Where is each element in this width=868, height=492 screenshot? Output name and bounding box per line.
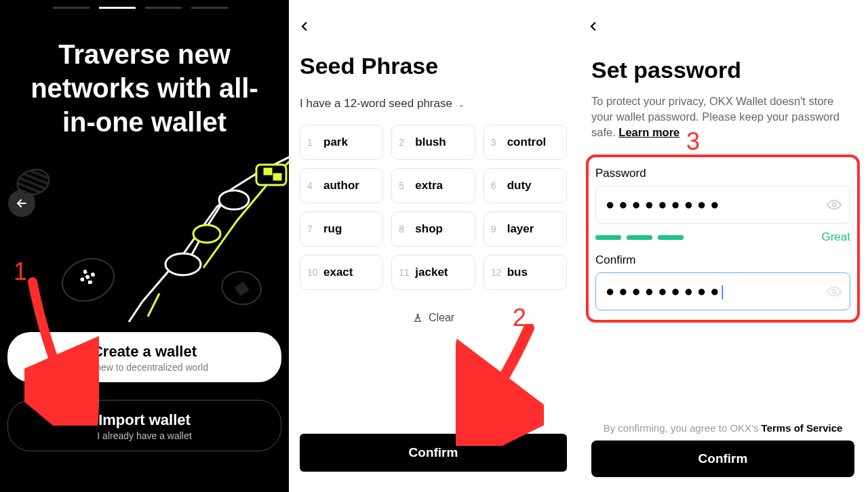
- strength-bars: [595, 235, 684, 240]
- broom-icon: [412, 312, 423, 323]
- clear-button[interactable]: Clear: [289, 312, 578, 324]
- chevron-left-icon: [587, 20, 599, 33]
- headline: Traverse new networks with all-in-one wa…: [18, 37, 271, 139]
- import-wallet-subtitle: I already have a wallet: [15, 430, 274, 441]
- confirm-password-label: Confirm: [595, 253, 850, 267]
- confirm-password-input[interactable]: ●●●●●●●●●|: [595, 272, 850, 310]
- back-button[interactable]: [587, 16, 599, 37]
- password-value: ●●●●●●●●●: [606, 196, 724, 213]
- seed-input-3[interactable]: 3control: [484, 125, 567, 160]
- annotation-arrow-1: [24, 276, 99, 426]
- confirm-button[interactable]: Confirm: [591, 440, 854, 477]
- svg-point-0: [165, 253, 201, 275]
- tos-disclaimer: By confirming, you agree to OKX's Terms …: [591, 422, 854, 434]
- svg-point-6: [832, 203, 836, 207]
- back-button[interactable]: [298, 16, 311, 37]
- svg-rect-4: [264, 169, 271, 174]
- password-strength: Great: [595, 230, 850, 244]
- password-label: Password: [595, 167, 850, 180]
- seed-input-5[interactable]: 5extra: [391, 168, 475, 203]
- arrow-left-icon: [15, 197, 28, 210]
- seed-input-6[interactable]: 6duty: [484, 168, 567, 203]
- chevron-left-icon: [298, 20, 311, 33]
- seed-input-10[interactable]: 10exact: [300, 255, 383, 290]
- seed-input-1[interactable]: 1park: [300, 125, 383, 160]
- seed-input-9[interactable]: 9layer: [484, 211, 567, 247]
- password-input[interactable]: ●●●●●●●●●: [595, 186, 850, 224]
- strength-label: Great: [821, 230, 850, 244]
- seed-input-8[interactable]: 8shop: [391, 211, 475, 247]
- svg-point-2: [219, 190, 249, 209]
- learn-more-link[interactable]: Learn more: [618, 126, 679, 138]
- annotation-arrow-2: [456, 324, 544, 446]
- page-title: Set password: [591, 57, 741, 83]
- seed-input-11[interactable]: 11jacket: [391, 255, 475, 290]
- annotation-step-3: 3: [686, 127, 700, 156]
- progress-indicator: [53, 7, 228, 9]
- seed-length-label: I have a 12-word seed phrase: [300, 97, 452, 110]
- seed-input-4[interactable]: 4author: [300, 168, 383, 203]
- svg-rect-5: [274, 174, 281, 180]
- password-section-highlight: Password ●●●●●●●●● Great Confirm ●●●●●●●…: [586, 155, 860, 323]
- seed-input-12[interactable]: 12bus: [484, 255, 567, 290]
- seed-length-dropdown[interactable]: I have a 12-word seed phrase ⌄: [300, 97, 465, 110]
- eye-icon[interactable]: [827, 284, 842, 299]
- tos-link[interactable]: Terms of Service: [762, 422, 843, 434]
- eye-icon[interactable]: [827, 197, 842, 212]
- chevron-down-icon: ⌄: [458, 99, 465, 109]
- page-description: To protect your privacy, OKX Wallet does…: [591, 94, 854, 140]
- svg-point-7: [832, 289, 836, 293]
- set-password-panel: Set password To protect your privacy, OK…: [578, 0, 868, 492]
- hand-illustration: [95, 146, 289, 335]
- clear-label: Clear: [429, 312, 454, 324]
- svg-point-1: [193, 225, 220, 243]
- text-cursor: |: [721, 283, 725, 300]
- page-title: Seed Phrase: [300, 53, 438, 79]
- seed-grid: 1park 2blush 3control 4author 5extra 6du…: [300, 125, 567, 290]
- seed-input-2[interactable]: 2blush: [391, 125, 475, 160]
- seed-input-7[interactable]: 7rug: [300, 211, 383, 247]
- confirm-password-value: ●●●●●●●●●: [606, 283, 724, 300]
